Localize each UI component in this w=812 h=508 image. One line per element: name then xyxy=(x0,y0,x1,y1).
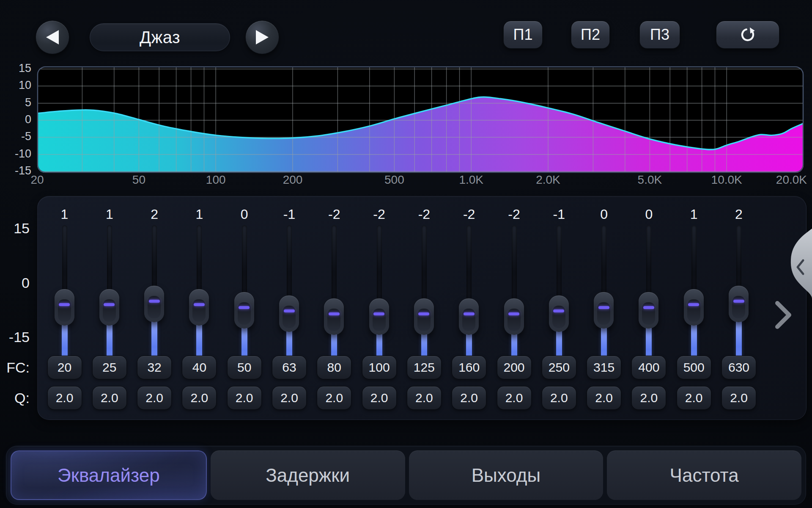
band-gain-slider[interactable] xyxy=(672,225,716,341)
band-gain-value: 0 xyxy=(626,207,671,222)
triangle-right-icon xyxy=(255,29,269,45)
tab-equalizer[interactable]: Эквалайзер xyxy=(11,450,207,500)
band-q-button[interactable]: 2.0 xyxy=(677,386,711,410)
slider-thumb[interactable] xyxy=(639,292,658,329)
band-gain-slider[interactable] xyxy=(716,225,761,341)
slider-thumb-face xyxy=(238,302,251,325)
eq-band: -2 100 2.0 xyxy=(357,201,402,421)
memory-button-3[interactable]: П3 xyxy=(639,21,680,49)
band-q-button[interactable]: 2.0 xyxy=(317,386,351,410)
eq-band: 0 315 2.0 xyxy=(582,201,626,421)
band-gain-slider[interactable] xyxy=(447,225,491,341)
band-fc-button[interactable]: 20 xyxy=(47,356,82,379)
band-q-button[interactable]: 2.0 xyxy=(182,386,217,410)
slider-thumb[interactable] xyxy=(729,286,749,322)
band-fc-button[interactable]: 160 xyxy=(452,356,486,379)
slider-thumb-dash xyxy=(508,312,519,315)
svg-text:20.0K: 20.0K xyxy=(776,173,807,186)
slider-thumb[interactable] xyxy=(144,286,164,322)
band-q-button[interactable]: 2.0 xyxy=(362,386,397,410)
slider-thumb[interactable] xyxy=(369,298,389,335)
slider-thumb-face xyxy=(552,306,565,328)
band-q-button[interactable]: 2.0 xyxy=(497,386,532,410)
slider-thumb[interactable] xyxy=(234,292,254,329)
band-q-button[interactable]: 2.0 xyxy=(47,386,82,410)
next-preset-button[interactable] xyxy=(245,20,279,54)
band-q-button[interactable]: 2.0 xyxy=(92,386,127,410)
band-q-button[interactable]: 2.0 xyxy=(137,386,172,410)
band-fc-button[interactable]: 250 xyxy=(542,356,576,379)
reset-button[interactable] xyxy=(716,21,779,49)
band-q-button[interactable]: 2.0 xyxy=(587,386,621,410)
band-fc-button[interactable]: 630 xyxy=(721,356,756,379)
band-gain-value: -1 xyxy=(267,207,312,222)
band-gain-slider[interactable] xyxy=(582,225,626,341)
memory-button-1[interactable]: П1 xyxy=(503,21,543,49)
band-fc-button[interactable]: 40 xyxy=(182,356,217,379)
band-gain-slider[interactable] xyxy=(626,225,671,341)
slider-thumb-face xyxy=(642,302,655,325)
slider-thumb[interactable] xyxy=(189,289,209,326)
band-q-button[interactable]: 2.0 xyxy=(227,386,262,410)
slider-thumb[interactable] xyxy=(279,295,299,332)
band-fc-button[interactable]: 125 xyxy=(407,356,442,379)
band-gain-slider[interactable] xyxy=(357,225,402,341)
band-q-button[interactable]: 2.0 xyxy=(631,386,666,410)
slider-thumb-dash xyxy=(688,303,699,306)
tab-delays[interactable]: Задержки xyxy=(211,450,405,500)
band-fc-button[interactable]: 100 xyxy=(362,356,397,379)
svg-text:200: 200 xyxy=(283,173,303,186)
band-gain-slider[interactable] xyxy=(267,225,312,341)
band-fc-button[interactable]: 80 xyxy=(317,356,351,379)
slider-thumb[interactable] xyxy=(324,298,344,335)
band-fc-button[interactable]: 32 xyxy=(137,356,172,379)
tab-outputs[interactable]: Выходы xyxy=(409,450,604,500)
band-q-button[interactable]: 2.0 xyxy=(407,386,442,410)
previous-preset-button[interactable] xyxy=(36,20,69,54)
slider-scale-zero: 0 xyxy=(0,275,30,290)
slider-thumb[interactable] xyxy=(99,289,119,326)
slider-thumb[interactable] xyxy=(55,289,74,326)
band-gain-slider[interactable] xyxy=(492,225,537,341)
slider-thumb-dash xyxy=(239,306,250,309)
band-gain-slider[interactable] xyxy=(402,225,447,341)
slider-thumb-dash xyxy=(373,312,384,315)
svg-text:-15: -15 xyxy=(15,164,31,177)
slider-thumb-face xyxy=(597,302,610,325)
band-fc-button[interactable]: 50 xyxy=(227,356,262,379)
band-fc-button[interactable]: 315 xyxy=(587,356,621,379)
slider-thumb-face xyxy=(327,309,340,331)
band-fc-button[interactable]: 500 xyxy=(677,356,711,379)
svg-text:5.0K: 5.0K xyxy=(638,173,662,186)
band-q-button[interactable]: 2.0 xyxy=(272,386,307,410)
band-q-button[interactable]: 2.0 xyxy=(542,386,576,410)
band-gain-slider[interactable] xyxy=(132,225,177,341)
band-gain-slider[interactable] xyxy=(222,225,267,341)
slider-thumb[interactable] xyxy=(459,298,479,335)
preset-name[interactable]: Джаз xyxy=(90,23,230,51)
band-gain-value: -2 xyxy=(357,207,402,222)
slider-scale-min: -15 xyxy=(0,329,30,345)
slider-thumb[interactable] xyxy=(504,298,524,335)
memory-button-2[interactable]: П2 xyxy=(571,21,610,49)
svg-text:10: 10 xyxy=(19,79,31,91)
band-gain-slider[interactable] xyxy=(42,225,87,341)
band-fc-button[interactable]: 63 xyxy=(272,356,307,379)
tab-frequency[interactable]: Частота xyxy=(607,450,801,500)
eq-band: -1 250 2.0 xyxy=(537,201,582,421)
eq-band: 2 32 2.0 xyxy=(132,201,177,421)
band-fc-button[interactable]: 25 xyxy=(92,356,127,379)
band-gain-slider[interactable] xyxy=(177,225,222,341)
band-gain-value: 2 xyxy=(716,207,761,222)
slider-thumb[interactable] xyxy=(414,298,434,335)
band-fc-button[interactable]: 400 xyxy=(631,356,666,379)
band-q-button[interactable]: 2.0 xyxy=(721,386,756,410)
band-gain-slider[interactable] xyxy=(87,225,132,341)
band-fc-button[interactable]: 200 xyxy=(497,356,532,379)
slider-thumb[interactable] xyxy=(594,292,614,329)
slider-thumb[interactable] xyxy=(549,295,569,332)
band-gain-slider[interactable] xyxy=(537,225,582,341)
band-gain-slider[interactable] xyxy=(312,225,357,341)
slider-thumb[interactable] xyxy=(684,289,704,326)
band-q-button[interactable]: 2.0 xyxy=(452,386,486,410)
